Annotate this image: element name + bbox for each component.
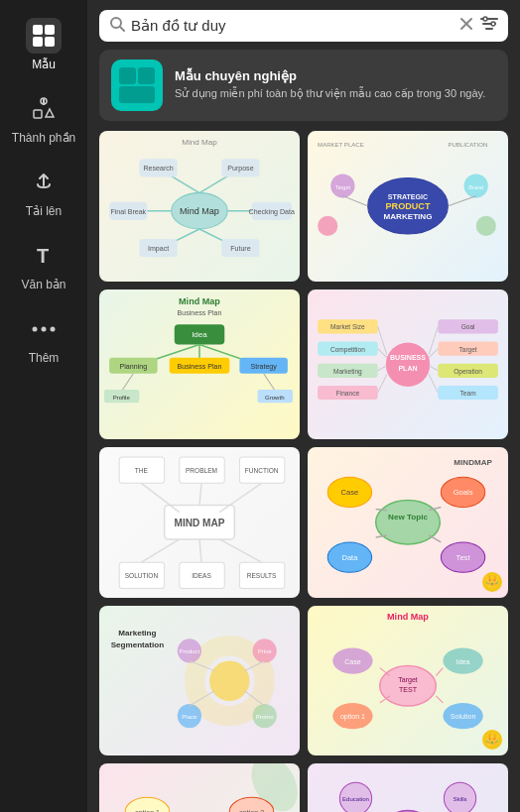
template-card[interactable]: MIND MAP THE PROBLEM FUNCTION SOLUTION I… xyxy=(99,447,300,598)
svg-text:PRODUCT: PRODUCT xyxy=(386,201,431,211)
svg-text:Goals: Goals xyxy=(454,488,473,497)
card-inner: BUSINESS PLAN Market Size Competition Ma… xyxy=(308,290,508,440)
template-card[interactable]: Marketing Segmentation Product Price Pla… xyxy=(99,606,300,756)
main-content: Bản đồ tư duy Mẫu xyxy=(87,0,520,812)
svg-line-123 xyxy=(219,539,261,562)
svg-text:MARKETING: MARKETING xyxy=(384,212,433,221)
template-card[interactable]: MARKET PLACE PUBLICATION STRATEGIC PRODU… xyxy=(308,131,508,282)
card-inner: MARKET PLACE PUBLICATION STRATEGIC PRODU… xyxy=(308,131,508,282)
template-card[interactable]: Trend option 1 option 2 option 3 option … xyxy=(99,763,300,812)
search-input[interactable]: Bản đồ tư duy xyxy=(131,18,453,35)
card-inner: Mind Map Mind Map Research Purpose Final… xyxy=(99,131,300,282)
svg-rect-22 xyxy=(119,86,155,103)
templates-scroll: Mind Map Mind Map Research Purpose Final… xyxy=(87,131,520,812)
crown-badge: 👑 xyxy=(482,730,502,750)
svg-text:PLAN: PLAN xyxy=(398,364,417,371)
sidebar-item-mau[interactable]: Mẫu xyxy=(0,8,87,81)
svg-text:New Topic: New Topic xyxy=(388,513,428,522)
svg-point-18 xyxy=(483,17,487,21)
svg-text:THE: THE xyxy=(135,467,149,474)
text-icon: T xyxy=(30,242,58,270)
svg-text:Price: Price xyxy=(258,648,272,654)
svg-text:Solution: Solution xyxy=(451,713,476,720)
template-card[interactable]: CAREER PLANNING Education Skills Network… xyxy=(308,763,508,812)
svg-text:Data: Data xyxy=(341,553,358,562)
sidebar-label-van-ban: Văn bản xyxy=(21,278,65,291)
svg-text:STRATEGIC: STRATEGIC xyxy=(388,193,428,200)
sidebar-item-van-ban[interactable]: T Văn bản xyxy=(0,228,87,301)
svg-text:Profile: Profile xyxy=(113,395,131,401)
svg-text:Brand: Brand xyxy=(468,184,483,190)
svg-line-170 xyxy=(436,695,443,702)
template-card[interactable]: MINDMAP New Topic Case Goals Data Test xyxy=(308,447,508,598)
sidebar-label-tai-len: Tải lên xyxy=(26,204,62,218)
svg-point-142 xyxy=(209,660,249,700)
pro-banner-title: Mẫu chuyên nghiệp xyxy=(175,68,485,83)
svg-text:Idea: Idea xyxy=(456,657,470,664)
svg-text:Test: Test xyxy=(456,553,471,562)
template-card[interactable]: BUSINESS PLAN Market Size Competition Ma… xyxy=(308,290,508,440)
svg-point-54 xyxy=(318,216,337,236)
svg-line-119 xyxy=(199,483,201,505)
components-icon xyxy=(30,95,58,123)
svg-line-99 xyxy=(378,374,387,392)
sidebar-item-tai-len[interactable]: Tải lên xyxy=(0,155,87,228)
svg-text:T: T xyxy=(37,245,49,267)
svg-text:Checking Data: Checking Data xyxy=(249,208,295,216)
card-inner: CAREER PLANNING Education Skills Network… xyxy=(308,763,508,812)
svg-text:Planning: Planning xyxy=(120,362,148,370)
svg-point-9 xyxy=(42,327,47,332)
svg-line-103 xyxy=(429,374,438,392)
pro-banner[interactable]: Mẫu chuyên nghiệp Sử dụng miễn phí toàn … xyxy=(99,50,508,121)
svg-text:Product: Product xyxy=(179,648,199,654)
templates-grid: Mind Map Mind Map Research Purpose Final… xyxy=(99,131,508,812)
template-card[interactable]: Mind Map Business Plan Idea Planning Bus… xyxy=(99,290,300,440)
svg-text:Mind Map: Mind Map xyxy=(180,206,219,216)
svg-text:Market Size: Market Size xyxy=(330,323,365,330)
sidebar-item-them[interactable]: Thêm xyxy=(0,301,87,375)
svg-text:MINDMAP: MINDMAP xyxy=(454,458,492,467)
svg-text:Business Plan: Business Plan xyxy=(178,309,222,316)
pro-banner-logo xyxy=(111,59,163,111)
card-inner: MINDMAP New Topic Case Goals Data Test xyxy=(308,447,508,598)
svg-text:option 2: option 2 xyxy=(239,809,264,812)
svg-line-122 xyxy=(199,539,201,562)
svg-text:Mind Map: Mind Map xyxy=(179,296,220,306)
svg-line-168 xyxy=(436,667,443,675)
svg-rect-3 xyxy=(45,37,55,47)
template-card[interactable]: Mind Map Mind Map Research Purpose Final… xyxy=(99,131,300,282)
svg-text:Team: Team xyxy=(460,390,477,397)
upload-icon xyxy=(30,169,58,196)
svg-text:SOLUTION: SOLUTION xyxy=(125,572,159,579)
svg-rect-1 xyxy=(45,25,55,35)
search-filter-button[interactable] xyxy=(480,16,498,36)
svg-text:option 1: option 1 xyxy=(340,713,365,721)
svg-text:Skills: Skills xyxy=(453,796,466,802)
svg-text:Target: Target xyxy=(458,345,476,353)
svg-text:Future: Future xyxy=(230,245,250,252)
svg-text:Promo: Promo xyxy=(256,714,274,720)
pro-banner-text: Mẫu chuyên nghiệp Sử dụng miễn phí toàn … xyxy=(175,68,485,101)
svg-text:Strategy: Strategy xyxy=(250,362,277,370)
sidebar-item-thanh-phan[interactable]: Thành phần xyxy=(0,81,87,155)
svg-text:MARKET PLACE: MARKET PLACE xyxy=(318,142,364,148)
svg-text:Business Plan: Business Plan xyxy=(178,362,222,369)
sidebar-label-thanh-phan: Thành phần xyxy=(12,131,75,145)
search-clear-button[interactable] xyxy=(458,16,474,36)
svg-text:Target: Target xyxy=(398,675,418,683)
svg-text:PUBLICATION: PUBLICATION xyxy=(448,142,487,148)
card-inner: Trend option 1 option 2 option 3 option … xyxy=(99,763,300,812)
svg-line-135 xyxy=(376,510,387,511)
svg-text:Competition: Competition xyxy=(330,345,365,353)
svg-text:TEST: TEST xyxy=(399,685,418,692)
svg-line-102 xyxy=(429,365,438,370)
svg-line-118 xyxy=(141,483,179,512)
template-card[interactable]: Mind Map Target TEST Case Idea option 1 xyxy=(308,606,508,756)
svg-text:Idea: Idea xyxy=(192,330,207,339)
svg-line-57 xyxy=(448,196,475,206)
svg-point-55 xyxy=(476,216,496,236)
svg-text:IDEAS: IDEAS xyxy=(192,572,211,579)
svg-text:Purpose: Purpose xyxy=(227,165,253,173)
svg-text:FUNCTION: FUNCTION xyxy=(245,467,279,474)
svg-text:Case: Case xyxy=(341,488,359,497)
